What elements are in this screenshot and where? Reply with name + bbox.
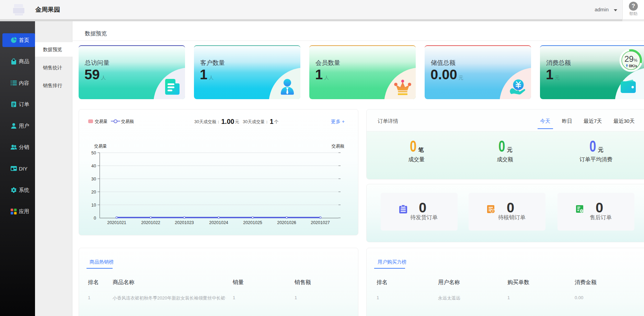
svg-text:交易量: 交易量 (94, 144, 107, 149)
svg-text:0K/s: 0K/s (629, 64, 637, 68)
svg-text:20201025: 20201025 (243, 220, 262, 225)
svg-text:29: 29 (624, 54, 634, 63)
svg-text:0: 0 (94, 216, 96, 221)
svg-text:30: 30 (91, 177, 96, 182)
svg-text:20: 20 (91, 190, 96, 195)
svg-text:50: 50 (91, 151, 96, 155)
svg-text:20201022: 20201022 (141, 220, 160, 225)
svg-text:20201023: 20201023 (175, 220, 194, 225)
svg-text:交易额: 交易额 (332, 144, 345, 149)
svg-text:10: 10 (91, 203, 96, 208)
svg-text:20201021: 20201021 (107, 220, 126, 225)
svg-text:40: 40 (91, 164, 96, 168)
svg-text:20201027: 20201027 (311, 220, 330, 225)
svg-text:20201024: 20201024 (209, 220, 228, 225)
svg-text:20201026: 20201026 (277, 220, 296, 225)
svg-text:%: % (634, 58, 637, 63)
